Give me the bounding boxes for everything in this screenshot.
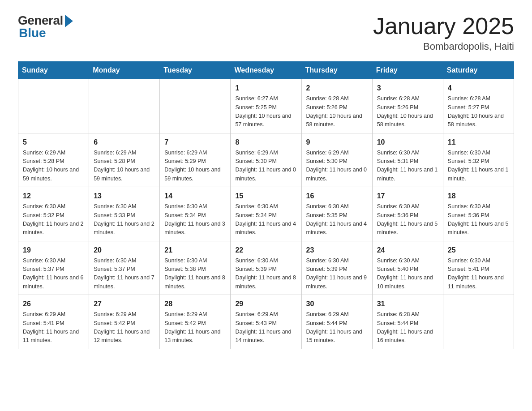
day-info-6: Sunrise: 6:29 AM Sunset: 5:28 PM Dayligh… xyxy=(94,149,155,184)
day-number-28: 28 xyxy=(164,299,226,309)
calendar-cell-w2-d2: 6Sunrise: 6:29 AM Sunset: 5:28 PM Daylig… xyxy=(89,133,160,187)
day-number-27: 27 xyxy=(94,299,155,309)
day-info-23: Sunrise: 6:30 AM Sunset: 5:39 PM Dayligh… xyxy=(306,257,368,291)
day-number-21: 21 xyxy=(164,245,226,256)
calendar-header-row: Sunday Monday Tuesday Wednesday Thursday… xyxy=(18,62,514,79)
calendar-cell-w3-d6: 17Sunrise: 6:30 AM Sunset: 5:36 PM Dayli… xyxy=(372,187,443,241)
day-info-7: Sunrise: 6:29 AM Sunset: 5:29 PM Dayligh… xyxy=(164,149,226,184)
day-info-13: Sunrise: 6:30 AM Sunset: 5:33 PM Dayligh… xyxy=(94,202,155,237)
calendar-week-5: 26Sunrise: 6:29 AM Sunset: 5:41 PM Dayli… xyxy=(18,295,514,349)
calendar-table: Sunday Monday Tuesday Wednesday Thursday… xyxy=(18,61,514,349)
logo-blue-text: Blue xyxy=(18,26,46,40)
logo-arrow-icon xyxy=(65,15,73,27)
day-number-1: 1 xyxy=(235,83,296,94)
day-number-7: 7 xyxy=(164,137,226,148)
day-info-20: Sunrise: 6:30 AM Sunset: 5:37 PM Dayligh… xyxy=(94,257,155,291)
header-sunday: Sunday xyxy=(18,62,89,79)
day-info-22: Sunrise: 6:30 AM Sunset: 5:39 PM Dayligh… xyxy=(235,257,296,291)
day-info-31: Sunrise: 6:28 AM Sunset: 5:44 PM Dayligh… xyxy=(377,310,438,345)
calendar-cell-w3-d3: 14Sunrise: 6:30 AM Sunset: 5:34 PM Dayli… xyxy=(160,187,231,241)
day-info-15: Sunrise: 6:30 AM Sunset: 5:34 PM Dayligh… xyxy=(235,202,296,237)
day-info-11: Sunrise: 6:30 AM Sunset: 5:32 PM Dayligh… xyxy=(448,149,509,184)
day-info-19: Sunrise: 6:30 AM Sunset: 5:37 PM Dayligh… xyxy=(23,257,84,291)
day-number-15: 15 xyxy=(235,191,296,201)
header-tuesday: Tuesday xyxy=(160,62,231,79)
calendar-cell-w2-d5: 9Sunrise: 6:29 AM Sunset: 5:30 PM Daylig… xyxy=(301,133,372,187)
day-info-17: Sunrise: 6:30 AM Sunset: 5:36 PM Dayligh… xyxy=(377,202,438,237)
calendar-cell-w4-d2: 20Sunrise: 6:30 AM Sunset: 5:37 PM Dayli… xyxy=(89,241,160,295)
calendar-cell-w1-d2 xyxy=(89,79,160,133)
day-info-4: Sunrise: 6:28 AM Sunset: 5:27 PM Dayligh… xyxy=(448,94,509,129)
calendar-week-2: 5Sunrise: 6:29 AM Sunset: 5:28 PM Daylig… xyxy=(18,133,514,187)
calendar-cell-w5-d2: 27Sunrise: 6:29 AM Sunset: 5:42 PM Dayli… xyxy=(89,295,160,349)
calendar-cell-w1-d5: 2Sunrise: 6:28 AM Sunset: 5:26 PM Daylig… xyxy=(301,79,372,133)
logo: General Blue xyxy=(18,13,73,40)
month-title: January 2025 xyxy=(373,13,514,39)
calendar-cell-w1-d3 xyxy=(160,79,231,133)
day-number-9: 9 xyxy=(306,137,368,148)
day-number-14: 14 xyxy=(164,191,226,201)
day-number-3: 3 xyxy=(377,83,438,94)
day-number-29: 29 xyxy=(235,299,296,309)
day-info-18: Sunrise: 6:30 AM Sunset: 5:36 PM Dayligh… xyxy=(448,202,509,237)
day-number-8: 8 xyxy=(235,137,296,148)
day-info-10: Sunrise: 6:30 AM Sunset: 5:31 PM Dayligh… xyxy=(377,149,438,184)
calendar-cell-w1-d7: 4Sunrise: 6:28 AM Sunset: 5:27 PM Daylig… xyxy=(443,79,514,133)
calendar-cell-w4-d1: 19Sunrise: 6:30 AM Sunset: 5:37 PM Dayli… xyxy=(18,241,89,295)
day-number-26: 26 xyxy=(23,299,84,309)
day-info-24: Sunrise: 6:30 AM Sunset: 5:40 PM Dayligh… xyxy=(377,257,438,291)
day-number-2: 2 xyxy=(306,83,368,94)
day-number-5: 5 xyxy=(23,137,84,148)
header-monday: Monday xyxy=(89,62,160,79)
day-number-17: 17 xyxy=(377,191,438,201)
day-number-12: 12 xyxy=(23,191,84,201)
header-saturday: Saturday xyxy=(443,62,514,79)
day-info-30: Sunrise: 6:29 AM Sunset: 5:44 PM Dayligh… xyxy=(306,310,368,345)
calendar-cell-w2-d6: 10Sunrise: 6:30 AM Sunset: 5:31 PM Dayli… xyxy=(372,133,443,187)
day-number-16: 16 xyxy=(306,191,368,201)
calendar-cell-w4-d3: 21Sunrise: 6:30 AM Sunset: 5:38 PM Dayli… xyxy=(160,241,231,295)
day-number-31: 31 xyxy=(377,299,438,309)
day-info-26: Sunrise: 6:29 AM Sunset: 5:41 PM Dayligh… xyxy=(23,310,84,345)
calendar-cell-w4-d7: 25Sunrise: 6:30 AM Sunset: 5:41 PM Dayli… xyxy=(443,241,514,295)
day-info-25: Sunrise: 6:30 AM Sunset: 5:41 PM Dayligh… xyxy=(448,257,509,291)
calendar-cell-w4-d6: 24Sunrise: 6:30 AM Sunset: 5:40 PM Dayli… xyxy=(372,241,443,295)
day-info-29: Sunrise: 6:29 AM Sunset: 5:43 PM Dayligh… xyxy=(235,310,296,345)
day-info-28: Sunrise: 6:29 AM Sunset: 5:42 PM Dayligh… xyxy=(164,310,226,345)
calendar-week-1: 1Sunrise: 6:27 AM Sunset: 5:25 PM Daylig… xyxy=(18,79,514,133)
calendar-cell-w3-d1: 12Sunrise: 6:30 AM Sunset: 5:32 PM Dayli… xyxy=(18,187,89,241)
calendar-cell-w4-d5: 23Sunrise: 6:30 AM Sunset: 5:39 PM Dayli… xyxy=(301,241,372,295)
day-info-5: Sunrise: 6:29 AM Sunset: 5:28 PM Dayligh… xyxy=(23,149,84,184)
day-number-20: 20 xyxy=(94,245,155,256)
day-number-18: 18 xyxy=(448,191,509,201)
calendar-cell-w3-d4: 15Sunrise: 6:30 AM Sunset: 5:34 PM Dayli… xyxy=(231,187,301,241)
day-info-8: Sunrise: 6:29 AM Sunset: 5:30 PM Dayligh… xyxy=(235,149,296,184)
day-info-16: Sunrise: 6:30 AM Sunset: 5:35 PM Dayligh… xyxy=(306,202,368,237)
header-wednesday: Wednesday xyxy=(231,62,301,79)
day-info-9: Sunrise: 6:29 AM Sunset: 5:30 PM Dayligh… xyxy=(306,149,368,184)
day-info-1: Sunrise: 6:27 AM Sunset: 5:25 PM Dayligh… xyxy=(235,94,296,129)
header-thursday: Thursday xyxy=(301,62,372,79)
location-subtitle: Bombardopolis, Haiti xyxy=(373,41,514,52)
day-number-25: 25 xyxy=(448,245,509,256)
day-number-22: 22 xyxy=(235,245,296,256)
calendar-cell-w1-d4: 1Sunrise: 6:27 AM Sunset: 5:25 PM Daylig… xyxy=(231,79,301,133)
calendar-cell-w2-d1: 5Sunrise: 6:29 AM Sunset: 5:28 PM Daylig… xyxy=(18,133,89,187)
calendar-cell-w5-d3: 28Sunrise: 6:29 AM Sunset: 5:42 PM Dayli… xyxy=(160,295,231,349)
page-header: General Blue January 2025 Bombardopolis,… xyxy=(18,13,514,52)
day-info-14: Sunrise: 6:30 AM Sunset: 5:34 PM Dayligh… xyxy=(164,202,226,237)
calendar-cell-w2-d7: 11Sunrise: 6:30 AM Sunset: 5:32 PM Dayli… xyxy=(443,133,514,187)
day-info-3: Sunrise: 6:28 AM Sunset: 5:26 PM Dayligh… xyxy=(377,94,438,129)
day-number-30: 30 xyxy=(306,299,368,309)
calendar-cell-w3-d5: 16Sunrise: 6:30 AM Sunset: 5:35 PM Dayli… xyxy=(301,187,372,241)
day-number-4: 4 xyxy=(448,83,509,94)
header-friday: Friday xyxy=(372,62,443,79)
day-number-10: 10 xyxy=(377,137,438,148)
calendar-cell-w5-d6: 31Sunrise: 6:28 AM Sunset: 5:44 PM Dayli… xyxy=(372,295,443,349)
day-info-12: Sunrise: 6:30 AM Sunset: 5:32 PM Dayligh… xyxy=(23,202,84,237)
day-info-2: Sunrise: 6:28 AM Sunset: 5:26 PM Dayligh… xyxy=(306,94,368,129)
calendar-week-3: 12Sunrise: 6:30 AM Sunset: 5:32 PM Dayli… xyxy=(18,187,514,241)
calendar-cell-w5-d4: 29Sunrise: 6:29 AM Sunset: 5:43 PM Dayli… xyxy=(231,295,301,349)
calendar-cell-w2-d4: 8Sunrise: 6:29 AM Sunset: 5:30 PM Daylig… xyxy=(231,133,301,187)
calendar-cell-w5-d7 xyxy=(443,295,514,349)
